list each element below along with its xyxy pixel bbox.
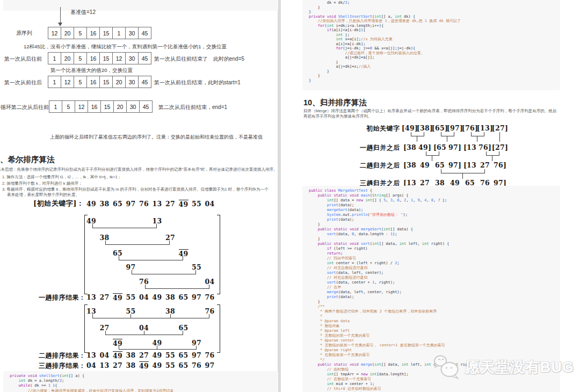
figure-number: 49	[420, 161, 430, 169]
figure-number: 38	[126, 361, 136, 369]
pivot-arrow-head	[58, 23, 62, 26]
figure-number: [38	[403, 143, 416, 151]
row-note: 第一次从后往前结束了 此时的end=5	[154, 55, 244, 63]
figure-number: 55	[165, 351, 175, 359]
figure-number: [13]	[477, 124, 493, 132]
document-viewer: } 基准值=12 原序列 12205161513045 12和45比，没有小于基…	[0, 0, 580, 392]
code-block-left-top: }	[3, 0, 278, 11]
shell-steps: 1. 操作方法：选择一个增量序列 t1，t2，…，tk，其中 ti>tj，tk=…	[2, 175, 272, 199]
array-cell: 15	[99, 52, 113, 64]
array-cell: 15	[99, 27, 113, 39]
sequence-row: 11251615203045	[48, 76, 151, 88]
connector-tick	[144, 331, 144, 335]
figure-number: 13	[86, 351, 96, 359]
array-cell: 20	[112, 76, 126, 88]
figure-number: [76]	[462, 124, 478, 132]
connector-drop	[492, 155, 492, 161]
sequence-row: 15121615203045	[49, 100, 153, 113]
figure-number: 76	[205, 293, 215, 301]
figure-number: 27	[100, 293, 110, 301]
array-cell: 45	[138, 76, 151, 88]
array-cell: 5	[62, 100, 75, 113]
figure-number: 04	[86, 361, 96, 369]
connector-drop	[462, 173, 463, 179]
figure-number: 76	[205, 351, 215, 359]
array-cell: 12	[48, 27, 61, 39]
shell-step: 3. 每趟排序，根据对应的增量 ti，将待排序列分割成若干长度为 m 的子序列，…	[2, 187, 272, 198]
pair-connector	[92, 224, 157, 228]
figure-number: 55	[192, 200, 201, 208]
merge-connector	[426, 151, 439, 156]
figure-number: 55	[126, 293, 136, 301]
merge-row-pass2: [38496597][132776]	[0, 161, 580, 169]
figure-number: [49]	[402, 124, 418, 132]
pair-connector	[119, 256, 183, 260]
figure-number: 49	[153, 361, 162, 369]
figure-number: 49	[153, 293, 162, 301]
figure-number: 49	[113, 351, 122, 360]
figure-number: 76	[192, 361, 201, 369]
figure-number: [38]	[417, 124, 433, 132]
array-cell: 1	[48, 52, 61, 64]
array-cell: 45	[138, 27, 151, 39]
figure-number: 49]	[418, 143, 431, 151]
figure-number: 97]	[448, 161, 461, 169]
figure-number: 49	[113, 293, 122, 302]
merge-connector	[471, 132, 484, 136]
figure-number: [65]	[432, 124, 448, 132]
watermark: 愿天堂没有BUG	[433, 354, 574, 380]
figure-number: 65	[113, 200, 122, 208]
figure-number: 04	[139, 293, 149, 301]
array-cell: 5	[74, 52, 87, 64]
connector-tick	[170, 314, 171, 318]
figure-number: 49	[179, 200, 189, 208]
array-cell: 1	[49, 100, 62, 113]
figure-number: 27	[165, 200, 175, 208]
figure-number: 76]	[479, 143, 491, 151]
figure-number: 04	[205, 200, 215, 208]
connector-tick	[157, 346, 157, 350]
figure-number: [38	[403, 161, 416, 169]
array-cell: 30	[125, 52, 139, 64]
connector-drop	[477, 136, 477, 142]
row-note: 第二次从后往前结束，end=1	[158, 104, 227, 111]
figure-number: 13	[100, 361, 110, 369]
wechat-cat-logo-icon	[433, 354, 462, 380]
row-label: 原序列	[16, 30, 32, 37]
figure-number: 65	[179, 293, 189, 301]
pivot-label: 基准值=12	[70, 9, 96, 16]
figure-caption: 第一个比基准值大的值20，交换位置	[50, 67, 133, 74]
merge-connector	[486, 151, 499, 156]
figure-number: 76	[139, 200, 149, 208]
figure-number: 76]	[494, 161, 506, 169]
array-cell: 5	[74, 27, 87, 39]
array-cell: 1	[112, 27, 126, 39]
merge-connector	[441, 169, 485, 173]
figure-number: 49	[139, 361, 149, 370]
figure-number: 27	[139, 351, 149, 359]
row-label: 第一次从前往后	[4, 79, 42, 86]
figure-number: [13	[463, 161, 476, 169]
figure-number: [97]	[447, 124, 463, 132]
figure-number: 65	[179, 361, 189, 369]
figure-number: 04	[100, 351, 110, 359]
connector-drop	[499, 132, 500, 142]
merge-row-initial: [49][38][65][97][76][13][27]	[0, 124, 580, 132]
figure-number: 97	[126, 200, 136, 208]
group-connector	[119, 346, 197, 350]
array-cell: 15	[100, 100, 114, 113]
array-cell: 15	[99, 76, 113, 88]
array-cell: 1	[48, 76, 61, 88]
merge-connector	[441, 132, 454, 136]
figure-number: 38	[126, 351, 136, 359]
array-cell: 12	[61, 76, 74, 88]
figure-number: 49	[86, 200, 96, 208]
figure-number: 27	[113, 361, 122, 369]
merge-connector	[411, 132, 424, 136]
merge-intro: 归并（Merge）排序法是将两个（或两个以上）有序表合并成一个新的有序表，即把待…	[303, 108, 560, 119]
array-cell: 30	[125, 76, 139, 88]
figure-number: 97	[192, 293, 201, 301]
sequence-row: 12205161513045	[48, 27, 151, 39]
array-cell: 20	[61, 27, 74, 39]
pivot-arrow	[60, 7, 61, 23]
